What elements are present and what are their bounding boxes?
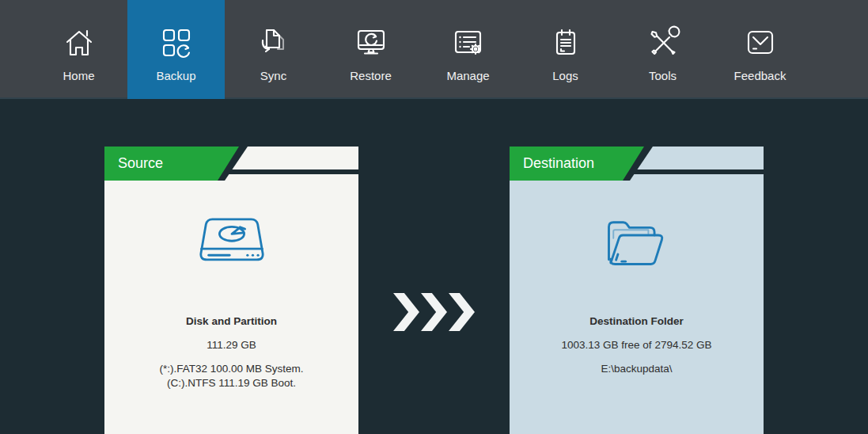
manage-icon xyxy=(449,24,487,62)
nav-tab-tools[interactable]: Tools xyxy=(614,0,711,99)
nav-tab-manage[interactable]: Manage xyxy=(419,0,517,99)
chevron-right-icon xyxy=(393,293,419,331)
destination-title: Destination Folder xyxy=(510,315,764,327)
source-size: 111.29 GB xyxy=(104,339,358,351)
restore-icon xyxy=(352,24,390,62)
destination-path: E:\backupdata\ xyxy=(510,362,764,376)
source-detail-line: (C:).NTFS 111.19 GB Boot. xyxy=(104,376,358,390)
source-panel-body: Disk and Partition 111.29 GB (*:).FAT32 … xyxy=(104,209,358,390)
source-detail-line: (*:).FAT32 100.00 MB System. xyxy=(104,362,358,376)
nav-label: Manage xyxy=(446,69,489,82)
source-tag: Source xyxy=(104,147,239,181)
nav-tab-backup[interactable]: Backup xyxy=(127,0,225,99)
nav-label: Sync xyxy=(260,69,286,82)
nav-bar: Home Backup Sync xyxy=(0,0,868,99)
nav-label: Logs xyxy=(552,69,578,82)
source-title: Disk and Partition xyxy=(104,315,358,327)
main-content: Source Disk and Partition 111.29 GB xyxy=(0,101,868,434)
home-icon xyxy=(60,24,98,62)
disk-icon xyxy=(104,209,358,280)
nav-label: Feedback xyxy=(734,69,787,82)
sync-icon xyxy=(255,24,293,62)
nav-tab-sync[interactable]: Sync xyxy=(225,0,322,99)
destination-panel-header: Destination xyxy=(510,147,764,181)
source-details: (*:).FAT32 100.00 MB System. (C:).NTFS 1… xyxy=(104,362,358,390)
nav-tab-feedback[interactable]: Feedback xyxy=(711,0,809,99)
destination-space: 1003.13 GB free of 2794.52 GB xyxy=(510,339,764,351)
feedback-icon xyxy=(741,24,779,62)
destination-tag: Destination xyxy=(510,147,644,181)
source-panel-header: Source xyxy=(104,147,358,181)
destination-panel[interactable]: Destination Destination Folder 1003.13 G… xyxy=(510,147,764,434)
nav-label: Backup xyxy=(156,69,195,82)
nav-label: Home xyxy=(63,69,94,82)
logs-icon xyxy=(547,24,585,62)
nav-tab-restore[interactable]: Restore xyxy=(322,0,419,99)
tools-icon xyxy=(644,24,682,62)
folder-icon xyxy=(510,209,764,280)
source-panel[interactable]: Source Disk and Partition 111.29 GB xyxy=(104,147,358,434)
nav-tab-home[interactable]: Home xyxy=(30,0,127,99)
nav-label: Tools xyxy=(649,69,677,82)
chevron-right-icon xyxy=(449,293,475,331)
nav-tab-logs[interactable]: Logs xyxy=(517,0,614,99)
nav-label: Restore xyxy=(350,69,392,82)
chevron-right-icon xyxy=(421,293,447,331)
destination-panel-body: Destination Folder 1003.13 GB free of 27… xyxy=(510,209,764,376)
backup-icon xyxy=(157,24,195,62)
direction-arrows xyxy=(393,293,475,331)
